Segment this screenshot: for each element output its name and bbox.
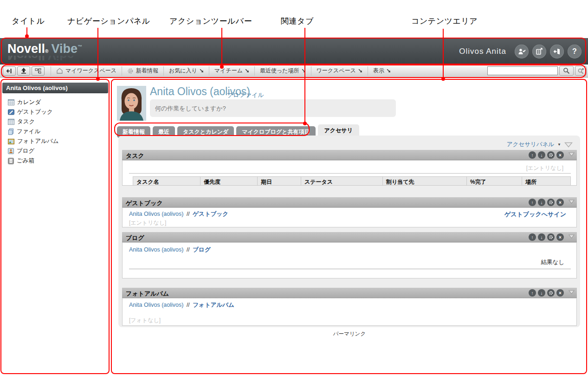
sign-guestbook-link[interactable]: ゲストブックへサイン — [504, 210, 566, 219]
logo-reflection: NovellVibe — [7, 56, 74, 62]
column-task-name[interactable]: タスク名 — [133, 176, 200, 186]
sidebar-item-calendar[interactable]: カレンダ — [8, 97, 59, 107]
navigate-up-button[interactable] — [17, 66, 30, 76]
sign-out-button[interactable] — [550, 45, 564, 58]
accessory-panel: アクセサリパネル ▼ タスク ↑ ↓ × [エ — [118, 136, 580, 327]
dropdown-corner-icon — [200, 69, 204, 73]
breadcrumb-blog-link[interactable]: ブログ — [193, 246, 210, 253]
breadcrumb: Anita Olivos (aolivos) // ブログ — [129, 246, 211, 254]
annotation-label-action-toolbar: アクションツールバー — [169, 16, 252, 26]
user-status-button[interactable] — [515, 45, 529, 58]
advanced-search-button[interactable] — [575, 66, 587, 76]
search-button[interactable] — [559, 66, 574, 76]
settings-button[interactable] — [547, 289, 555, 297]
toolbar-item-label: マイチーム — [214, 67, 243, 75]
collapse-sidebar-button[interactable] — [3, 66, 16, 76]
column-priority[interactable]: 優先度 — [200, 176, 258, 186]
help-button[interactable]: ? — [568, 45, 582, 58]
toolbar-item-my-teams[interactable]: マイチーム — [209, 66, 254, 76]
breadcrumb: Anita Olivos (aolivos) // ゲストブック — [129, 210, 228, 218]
whats-new-icon — [127, 68, 134, 74]
toolbar-item-my-workspace[interactable]: マイワークスペース — [51, 66, 122, 76]
annotation-label-related-tabs: 関連タブ — [281, 16, 314, 26]
toolbar-item-workspaces[interactable]: ワークスペース — [311, 66, 368, 76]
collapse-section-icon[interactable] — [569, 290, 575, 294]
avatar[interactable] — [117, 86, 146, 121]
move-down-button[interactable]: ↓ — [538, 289, 545, 297]
guestbook-section-body: Anita Olivos (aolivos) // ゲストブック ゲストブックへ… — [122, 207, 577, 227]
toolbar-item-view[interactable]: 表示 — [368, 66, 396, 76]
close-button[interactable]: × — [556, 233, 564, 241]
accessory-panel-link[interactable]: アクセサリパネル — [507, 141, 554, 149]
column-due-date[interactable]: 期日 — [257, 176, 301, 186]
accessory-panel-dropdown-icon[interactable]: ▼ — [557, 142, 561, 147]
screenshot-root: タイトル ナビゲーションパネル アクションツールバー 関連タブ コンテンツエリア… — [0, 0, 588, 375]
up-arrow-icon — [20, 68, 27, 74]
breadcrumb-guestbook-link[interactable]: ゲストブック — [193, 211, 228, 217]
dropdown-corner-icon — [245, 69, 249, 73]
search-input[interactable] — [487, 66, 558, 75]
move-down-button[interactable]: ↓ — [538, 151, 545, 159]
panel-collapse-icon[interactable] — [564, 142, 573, 148]
photo-album-section-body: Anita Olivos (aolivos) // フォトアルバム [フォトなし… — [122, 298, 577, 326]
move-up-button[interactable]: ↑ — [529, 199, 536, 206]
blog-section-header: ブログ ↑ ↓ × — [122, 232, 577, 242]
settings-button[interactable] — [547, 233, 555, 241]
status-input[interactable] — [150, 99, 396, 117]
breadcrumb-photo-album-link[interactable]: フォトアルバム — [193, 302, 234, 308]
move-up-button[interactable]: ↑ — [529, 289, 536, 297]
permalink-link[interactable]: パーマリンク — [111, 330, 588, 337]
move-up-button[interactable]: ↑ — [529, 151, 536, 159]
guestbook-icon — [8, 109, 14, 115]
blog-section-body: Anita Olivos (aolivos) // ブログ 結果なし — [122, 242, 577, 278]
breadcrumb-user-link[interactable]: Anita Olivos (aolivos) — [129, 246, 183, 253]
settings-button[interactable] — [547, 199, 555, 206]
blog-section-title: ブログ — [126, 234, 144, 242]
move-down-button[interactable]: ↓ — [538, 199, 545, 206]
title-bar: Novell®Vibe™ NovellVibe Olivos Anita — [0, 38, 588, 65]
move-up-button[interactable]: ↑ — [529, 233, 536, 241]
sidebar-item-label: ブログ — [17, 147, 34, 155]
content-area: Anita Olivos (aolivos) プロファイル 新着情報 最近 タス… — [111, 79, 588, 375]
sidebar-item-files[interactable]: ファイル — [8, 127, 59, 136]
column-assigned-to[interactable]: 割り当て先 — [382, 176, 467, 186]
dropdown-corner-icon — [302, 69, 306, 73]
move-down-button[interactable]: ↓ — [538, 233, 545, 241]
close-button[interactable]: × — [556, 289, 564, 297]
column-location[interactable]: 場所 — [522, 176, 571, 186]
collapse-section-icon[interactable] — [569, 200, 575, 204]
breadcrumb-separator: // — [187, 211, 190, 217]
collapse-section-icon[interactable] — [569, 152, 575, 156]
collapse-section-icon[interactable] — [569, 234, 575, 239]
tasks-icon — [8, 119, 14, 125]
workspace-tree-button[interactable] — [32, 66, 45, 76]
toolbar-item-favorites[interactable]: お気に入り — [163, 66, 209, 76]
sidebar-item-trash[interactable]: ごみ箱 — [8, 156, 59, 166]
calendar-icon — [8, 99, 14, 105]
news-feed-button[interactable] — [532, 45, 546, 58]
close-button[interactable]: × — [556, 199, 564, 206]
breadcrumb-user-link[interactable]: Anita Olivos (aolivos) — [129, 302, 183, 308]
sidebar-item-label: タスク — [17, 118, 35, 126]
annotation-label-content-area: コンテンツエリア — [411, 16, 478, 26]
trash-icon — [8, 158, 14, 164]
sidebar-item-blog[interactable]: ブログ — [8, 146, 59, 156]
search-icon — [563, 67, 570, 74]
breadcrumb-user-link[interactable]: Anita Olivos (aolivos) — [129, 211, 183, 217]
close-button[interactable]: × — [556, 151, 564, 159]
sidebar-item-guestbook[interactable]: ゲストブック — [8, 107, 59, 117]
sidebar-item-photo-album[interactable]: フォトアルバム — [8, 136, 59, 146]
annotation-label-title: タイトル — [12, 16, 45, 26]
workspace-owner-header[interactable]: Anita Olivos (aolivos) — [2, 83, 108, 93]
navigation-panel: Anita Olivos (aolivos) カレンダ ゲストブック タスク — [0, 79, 110, 375]
toolbar-item-recent-places[interactable]: 最近使った場所 — [254, 66, 311, 76]
guestbook-empty-text: [エントリなし] — [129, 219, 166, 227]
toolbar-item-label: 表示 — [373, 67, 384, 75]
toolbar-item-whats-new[interactable]: 新着情報 — [122, 66, 163, 76]
profile-link[interactable]: プロファイル — [227, 91, 264, 99]
sidebar-item-tasks[interactable]: タスク — [8, 117, 59, 127]
settings-button[interactable] — [547, 151, 555, 159]
column-percent-done[interactable]: %完了 — [466, 176, 522, 186]
column-status[interactable]: ステータス — [301, 176, 383, 186]
sidebar-item-label: カレンダ — [17, 98, 41, 106]
